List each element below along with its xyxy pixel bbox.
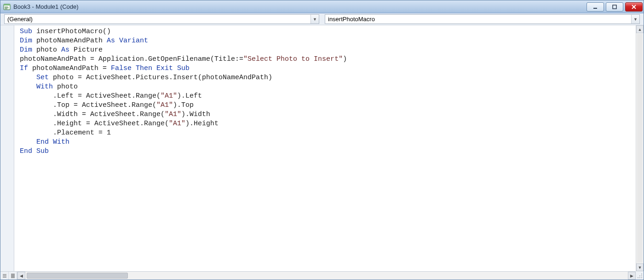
scroll-left-icon: ◀ [20, 274, 23, 278]
svg-point-21 [639, 275, 640, 276]
code-token: .Placement = 1 [20, 129, 111, 137]
code-token [20, 138, 36, 146]
window-controls [586, 2, 643, 12]
code-token-kw: End With [36, 138, 69, 146]
chevron-down-icon: ▼ [310, 15, 319, 23]
svg-rect-5 [593, 8, 597, 9]
svg-point-18 [641, 275, 642, 276]
procedure-dropdown[interactable]: insertPhotoMacro ▼ [325, 14, 640, 24]
minimize-icon [592, 4, 598, 10]
size-grip-icon [637, 273, 643, 279]
client-area: Sub insertPhotoMacro()Dim photoNameAndPa… [0, 25, 644, 271]
code-token-kw: With [36, 83, 57, 91]
code-token: .Width = ActiveSheet.Range( [20, 111, 165, 118]
code-token: photoNameAndPath = Application.GetOpenFi… [20, 55, 243, 63]
code-token-str: "A1" [161, 92, 177, 100]
vertical-scroll-thumb[interactable] [637, 34, 643, 262]
code-token-str: "A1" [169, 120, 185, 128]
code-line: End Sub [20, 147, 643, 156]
code-token: insertPhotoMacro() [36, 28, 111, 35]
scroll-up-button[interactable]: ▲ [636, 25, 644, 33]
vertical-scrollbar[interactable]: ▲ ▼ [636, 25, 644, 271]
code-token-kw: Set [36, 74, 53, 82]
code-line: Set photo = ActiveSheet.Pictures.Insert(… [20, 73, 643, 82]
object-dropdown[interactable]: (General) ▼ [4, 14, 319, 24]
code-line: If photoNameAndPath = False Then Exit Su… [20, 64, 643, 73]
code-line: Sub insertPhotoMacro() [20, 27, 643, 36]
code-line: .Width = ActiveSheet.Range("A1").Width [20, 110, 643, 119]
code-token-kw: As Variant [107, 37, 148, 45]
horizontal-scrollbar[interactable]: ◀ ▶ [17, 272, 636, 280]
svg-point-17 [641, 277, 642, 278]
window-title: Book3 - Module1 (Code) [13, 3, 586, 10]
code-token: .Left = ActiveSheet.Range( [20, 92, 161, 100]
code-token: ) [343, 55, 347, 63]
scroll-right-button[interactable]: ▶ [628, 272, 636, 280]
code-token [20, 83, 36, 91]
code-token: ).Height [185, 120, 218, 128]
code-token: .Height = ActiveSheet.Range( [20, 120, 169, 128]
code-token: photo = ActiveSheet.Pictures.Insert(phot… [53, 74, 272, 82]
code-token-str: "A1" [156, 101, 173, 109]
svg-rect-1 [4, 4, 10, 6]
svg-point-19 [639, 277, 640, 278]
maximize-icon [612, 4, 617, 10]
code-line: End With [20, 138, 643, 147]
code-line: .Top = ActiveSheet.Range("A1").Top [20, 101, 643, 110]
code-line: .Height = ActiveSheet.Range("A1").Height [20, 119, 643, 128]
code-token-kw: End Sub [20, 147, 49, 155]
view-full-module-icon [10, 273, 16, 279]
code-line: photoNameAndPath = Application.GetOpenFi… [20, 55, 643, 64]
code-editor[interactable]: Sub insertPhotoMacro()Dim photoNameAndPa… [14, 25, 644, 271]
svg-point-20 [641, 274, 642, 274]
code-token: photo [36, 46, 61, 54]
module-icon [3, 3, 11, 11]
chevron-down-icon: ▼ [631, 15, 639, 23]
code-token: ).Left [177, 92, 202, 100]
svg-point-22 [638, 277, 638, 278]
margin-indicator-bar[interactable] [0, 25, 14, 271]
minimize-button[interactable] [586, 2, 604, 12]
code-token-kw: If [20, 64, 32, 72]
title-bar[interactable]: Book3 - Module1 (Code) [0, 0, 644, 13]
code-token-kw: Sub [20, 28, 36, 35]
code-token: .Top = ActiveSheet.Range( [20, 101, 156, 109]
dropdown-row: (General) ▼ insertPhotoMacro ▼ [0, 13, 644, 25]
svg-rect-6 [613, 5, 616, 9]
code-token: photo [57, 83, 78, 91]
maximize-button[interactable] [606, 2, 623, 12]
full-module-view-button[interactable] [9, 272, 17, 280]
code-token-str: "Select Photo to Insert" [243, 55, 343, 63]
code-token-kw: False Then Exit Sub [111, 64, 190, 72]
scroll-left-button[interactable]: ◀ [17, 272, 25, 280]
close-icon [631, 4, 637, 10]
code-line: Dim photo As Picture [20, 46, 643, 55]
procedure-view-button[interactable] [0, 272, 9, 280]
code-line: With photo [20, 82, 643, 92]
code-token: ).Top [173, 101, 194, 109]
scroll-down-button[interactable]: ▼ [636, 263, 644, 271]
code-token: photoNameAndPath [36, 37, 107, 45]
code-token: ).Width [181, 111, 210, 118]
code-line: .Left = ActiveSheet.Range("A1").Left [20, 92, 643, 101]
scroll-down-icon: ▼ [638, 265, 642, 270]
status-bar: ◀ ▶ [0, 271, 644, 280]
procedure-dropdown-value: insertPhotoMacro [325, 16, 631, 23]
scroll-right-icon: ▶ [630, 274, 633, 278]
code-pane: Sub insertPhotoMacro()Dim photoNameAndPa… [14, 25, 644, 271]
view-procedure-icon [2, 273, 7, 279]
code-token-kw: As [61, 46, 74, 54]
code-token-kw: Dim [20, 46, 36, 54]
close-button[interactable] [625, 2, 643, 12]
code-token: Picture [74, 46, 103, 54]
code-token: photoNameAndPath = [32, 64, 111, 72]
code-token [20, 74, 36, 82]
object-dropdown-value: (General) [5, 16, 310, 23]
code-window: Book3 - Module1 (Code) (Gener [0, 0, 644, 280]
code-token-str: "A1" [165, 111, 181, 118]
code-line: Dim photoNameAndPath As Variant [20, 36, 643, 46]
code-line: .Placement = 1 [20, 128, 643, 138]
size-grip[interactable] [636, 271, 644, 280]
view-toggle-group [0, 272, 17, 280]
horizontal-scroll-thumb[interactable] [27, 273, 128, 279]
